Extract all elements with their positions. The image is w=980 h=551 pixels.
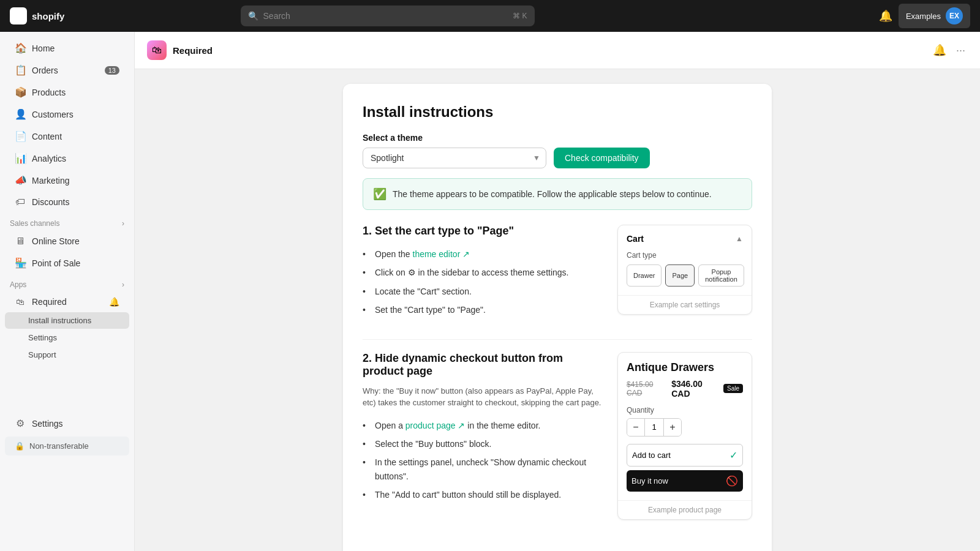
header-subscribe-icon[interactable]: 🔔 [930,41,949,59]
settings-icon: ⚙ [15,418,26,429]
list-item: In the settings panel, uncheck "Show dyn… [363,453,603,485]
sidebar-bell-icon[interactable]: 🔔 [109,297,119,307]
sidebar: 🏠 Home 📋 Orders 13 📦 Products 👤 Customer… [0,32,135,551]
step-2-description: Why: the "Buy it now" button (also appea… [363,385,603,409]
cart-type-label: Cart type [627,251,743,260]
sidebar-item-label: Analytics [32,154,66,163]
quantity-increase-button[interactable]: + [664,419,681,436]
step-2-section: 2. Hide dynamic checkout button from pro… [363,352,752,520]
page-btn[interactable]: Page [665,264,695,287]
popup-btn[interactable]: Popup notification [698,264,744,287]
quantity-decrease-button[interactable]: − [627,419,644,436]
cart-preview: Cart ▲ Cart type Drawer Page Popup notif… [618,225,752,295]
search-input[interactable] [263,11,508,21]
list-item: Set the "Cart type" to "Page". [363,301,603,319]
notifications-bell-icon[interactable]: 🔔 [879,9,892,23]
step-1-title: 1. Set the cart type to "Page" [363,225,603,238]
header-more-icon[interactable]: ··· [954,42,968,59]
marketing-icon: 📣 [15,174,26,186]
list-item: Select the "Buy buttons" block. [363,435,603,453]
analytics-icon: 📊 [15,152,26,164]
pos-icon: 🏪 [15,257,26,269]
theme-editor-link[interactable]: theme editor ↗ [413,249,470,259]
theme-select[interactable]: Spotlight Dawn Sense Refresh Craft [363,148,546,168]
step-1-content-row: 1. Set the cart type to "Page" Open the … [363,225,752,320]
sidebar-item-content[interactable]: 📄 Content [5,126,129,147]
apps-section: Apps › [0,274,134,291]
list-item: Open the theme editor ↗ [363,245,603,263]
buy-now-button[interactable]: Buy it now 🚫 [627,470,743,492]
top-navigation: 🛍 shopify 🔍 ⌘ K 🔔 Examples EX [0,0,980,32]
sidebar-item-label: Discounts [32,197,69,207]
original-price: $415.00 CAD [627,380,666,397]
sidebar-sub-item-label: Install instructions [28,316,91,325]
cart-preview-header: Cart ▲ [627,234,743,244]
sidebar-sub-install-instructions[interactable]: Install instructions [5,312,129,329]
sidebar-item-label: Settings [32,419,63,429]
sidebar-item-analytics[interactable]: 📊 Analytics [5,148,129,169]
sidebar-item-marketing[interactable]: 📣 Marketing [5,170,129,191]
content-area: Install instructions Select a theme Spot… [135,69,980,551]
sidebar-item-online-store[interactable]: 🖥 Online Store [5,231,129,252]
sidebar-item-home[interactable]: 🏠 Home [5,37,129,59]
sidebar-item-label: Home [32,43,55,53]
product-page-link[interactable]: product page ↗ [405,421,466,430]
quantity-value: 1 [644,419,664,436]
shopify-logo: 🛍 shopify [10,7,64,24]
required-app-icon: 🛍 [15,297,26,307]
sidebar-sub-item-label: Support [28,350,56,359]
main-header: 🛍 Required 🔔 ··· [135,32,980,69]
examples-button[interactable]: Examples EX [899,4,970,28]
add-to-cart-button[interactable]: Add to cart ✓ [627,444,743,467]
product-preview-caption: Example product page [618,500,752,519]
product-prices: $415.00 CAD $346.00 CAD Sale [627,379,743,399]
content-icon: 📄 [15,130,26,142]
chevron-up-icon: ▲ [736,234,743,243]
examples-button-label: Examples [906,12,941,21]
non-transferable-label: Non-transferable [29,441,89,451]
step-1-section: 1. Set the cart type to "Page" Open the … [363,225,752,320]
quantity-label: Quantity [627,406,743,414]
sidebar-item-discounts[interactable]: 🏷 Discounts [5,192,129,212]
sidebar-item-label: Marketing [32,176,69,186]
product-preview: Antique Drawers $415.00 CAD $346.00 CAD … [618,353,752,500]
orders-icon: 📋 [15,64,26,76]
search-bar[interactable]: 🔍 ⌘ K [241,6,535,26]
sidebar-item-label: Point of Sale [32,258,80,268]
sidebar-item-label: Customers [32,110,74,119]
non-transferable-banner: 🔒 Non-transferable [5,437,129,455]
orders-badge: 13 [105,66,119,75]
page-title: Install instructions [363,103,752,121]
sidebar-item-required[interactable]: 🛍 Required 🔔 [5,292,129,312]
drawer-btn[interactable]: Drawer [627,264,662,287]
lock-icon: 🔒 [15,441,24,451]
main-content: 🛍 Required 🔔 ··· Install instructions Se… [135,32,980,551]
step-2-title: 2. Hide dynamic checkout button from pro… [363,352,603,378]
sidebar-item-customers[interactable]: 👤 Customers [5,103,129,125]
shopify-wordmark: shopify [32,11,64,21]
block-icon: 🚫 [726,475,738,487]
search-icon: 🔍 [248,11,258,21]
shopify-bag-icon: 🛍 [10,7,27,24]
sidebar-item-label: Content [32,132,62,141]
cart-preview-caption: Example cart settings [618,295,752,314]
buy-now-label: Buy it now [631,476,668,485]
sale-badge: Sale [723,384,743,393]
sidebar-item-orders[interactable]: 📋 Orders 13 [5,59,129,81]
step-2-content-row: 2. Hide dynamic checkout button from pro… [363,352,752,520]
sales-channels-expand-icon[interactable]: › [122,219,124,228]
sidebar-item-products[interactable]: 📦 Products [5,81,129,103]
sidebar-item-pos[interactable]: 🏪 Point of Sale [5,252,129,274]
product-title: Antique Drawers [627,361,743,374]
sidebar-sub-settings[interactable]: Settings [5,329,129,346]
sidebar-sub-support[interactable]: Support [5,347,129,363]
list-item: Click on ⚙ in the sidebar to access them… [363,263,603,282]
apps-expand-icon[interactable]: › [122,280,124,289]
discounts-icon: 🏷 [15,197,26,208]
check-compatibility-button[interactable]: Check compatibility [554,148,650,168]
step-divider [363,339,752,340]
cart-section-title: Cart [627,234,644,244]
sale-price: $346.00 CAD [671,379,718,399]
sidebar-item-settings[interactable]: ⚙ Settings [5,413,129,434]
checkmark-icon: ✓ [729,449,737,461]
